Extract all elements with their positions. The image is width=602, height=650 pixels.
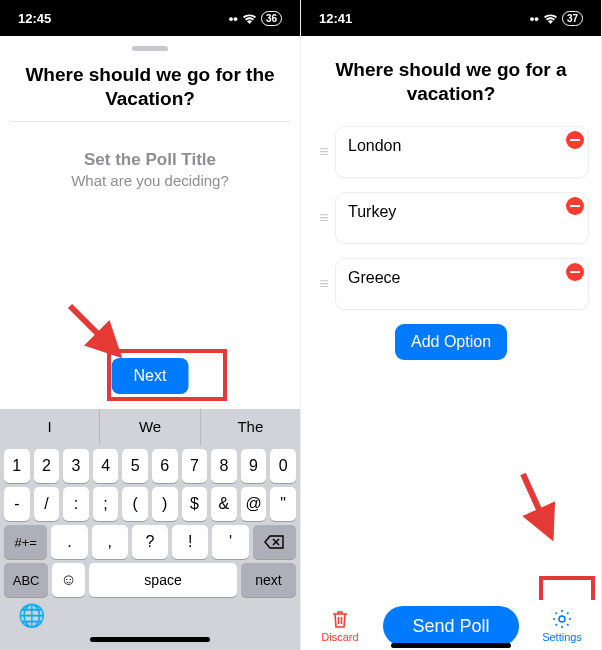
- option-card[interactable]: London: [335, 126, 589, 178]
- symbols-key[interactable]: #+=: [4, 525, 47, 559]
- home-indicator[interactable]: [391, 643, 511, 648]
- svg-line-0: [70, 306, 118, 354]
- key[interactable]: 3: [63, 449, 89, 483]
- drag-handle-icon[interactable]: ≡: [313, 210, 335, 226]
- signal-icon: ••: [530, 11, 539, 26]
- poll-title: Where should we go for a vacation?: [301, 36, 601, 116]
- status-bar: 12:41 •• 37: [301, 0, 601, 36]
- globe-icon[interactable]: 🌐: [18, 603, 45, 629]
- settings-label: Settings: [542, 631, 582, 643]
- option-row: ≡ London: [313, 126, 589, 178]
- key[interactable]: ;: [93, 487, 119, 521]
- key[interactable]: -: [4, 487, 30, 521]
- poll-title-input[interactable]: Where should we go for the Vacation?: [0, 57, 300, 121]
- emoji-icon: ☺: [61, 571, 77, 589]
- key[interactable]: 0: [270, 449, 296, 483]
- suggestion-2[interactable]: We: [100, 409, 200, 445]
- svg-rect-5: [570, 271, 580, 273]
- settings-button[interactable]: Settings: [535, 609, 589, 643]
- drag-handle-icon[interactable]: ≡: [313, 144, 335, 160]
- remove-option-button[interactable]: [566, 131, 584, 149]
- screen-right: 12:41 •• 37 Where should we go for a vac…: [301, 0, 602, 650]
- option-label: Turkey: [348, 203, 396, 220]
- wifi-icon: [242, 13, 257, 24]
- subtitle-heading: Set the Poll Title: [0, 150, 300, 170]
- status-indicators: •• 36: [229, 11, 282, 26]
- key[interactable]: :: [63, 487, 89, 521]
- status-time: 12:41: [319, 11, 352, 26]
- key[interactable]: /: [34, 487, 60, 521]
- key[interactable]: 1: [4, 449, 30, 483]
- options-list: ≡ London ≡ Turkey ≡ Greece Add Option: [301, 116, 601, 360]
- svg-rect-4: [570, 205, 580, 207]
- key-row-3: #+= . , ? ! ': [0, 521, 300, 559]
- key[interactable]: ': [212, 525, 248, 559]
- key[interactable]: 5: [122, 449, 148, 483]
- home-indicator[interactable]: [90, 637, 210, 642]
- key[interactable]: ,: [92, 525, 128, 559]
- key[interactable]: ): [152, 487, 178, 521]
- svg-line-6: [523, 474, 551, 536]
- discard-button[interactable]: Discard: [313, 609, 367, 643]
- backspace-icon: [264, 535, 284, 549]
- battery-indicator: 36: [261, 11, 282, 26]
- next-button[interactable]: Next: [112, 358, 189, 394]
- key[interactable]: 8: [211, 449, 237, 483]
- key-row-4: ABC ☺ space next: [0, 559, 300, 597]
- signal-icon: ••: [229, 11, 238, 26]
- keyboard-next-key[interactable]: next: [241, 563, 296, 597]
- key[interactable]: (: [122, 487, 148, 521]
- option-row: ≡ Greece: [313, 258, 589, 310]
- keyboard: I We The 1 2 3 4 5 6 7 8 9 0 - / : ; ( )…: [0, 409, 300, 650]
- key[interactable]: ": [270, 487, 296, 521]
- key-row-2: - / : ; ( ) $ & @ ": [0, 483, 300, 521]
- key-row-1: 1 2 3 4 5 6 7 8 9 0: [0, 445, 300, 483]
- suggestion-3[interactable]: The: [201, 409, 300, 445]
- drag-handle-icon[interactable]: ≡: [313, 276, 335, 292]
- minus-icon: [570, 205, 580, 207]
- divider: [10, 121, 290, 122]
- option-label: London: [348, 137, 401, 154]
- option-card[interactable]: Greece: [335, 258, 589, 310]
- send-poll-button[interactable]: Send Poll: [383, 606, 519, 646]
- key[interactable]: &: [211, 487, 237, 521]
- battery-indicator: 37: [562, 11, 583, 26]
- trash-icon: [330, 609, 350, 629]
- suggestion-bar: I We The: [0, 409, 300, 445]
- key[interactable]: 9: [241, 449, 267, 483]
- screen-left: 12:45 •• 36 Where should we go for the V…: [0, 0, 301, 650]
- suggestion-1[interactable]: I: [0, 409, 100, 445]
- key[interactable]: 4: [93, 449, 119, 483]
- option-label: Greece: [348, 269, 400, 286]
- subtitle-prompt: What are you deciding?: [0, 172, 300, 189]
- subtitle-block: Set the Poll Title What are you deciding…: [0, 150, 300, 189]
- status-time: 12:45: [18, 11, 51, 26]
- status-indicators: •• 37: [530, 11, 583, 26]
- sheet-handle[interactable]: [132, 46, 168, 51]
- abc-key[interactable]: ABC: [4, 563, 48, 597]
- key[interactable]: @: [241, 487, 267, 521]
- space-key[interactable]: space: [89, 563, 236, 597]
- option-row: ≡ Turkey: [313, 192, 589, 244]
- status-bar: 12:45 •• 36: [0, 0, 300, 36]
- backspace-key[interactable]: [253, 525, 296, 559]
- wifi-icon: [543, 13, 558, 24]
- key[interactable]: !: [172, 525, 208, 559]
- minus-icon: [570, 271, 580, 273]
- add-option-button[interactable]: Add Option: [395, 324, 507, 360]
- svg-rect-3: [570, 139, 580, 141]
- svg-point-7: [559, 616, 565, 622]
- key[interactable]: $: [182, 487, 208, 521]
- key[interactable]: 7: [182, 449, 208, 483]
- key[interactable]: 2: [34, 449, 60, 483]
- next-button-wrap: Next: [112, 358, 189, 394]
- key[interactable]: ?: [132, 525, 168, 559]
- key[interactable]: .: [51, 525, 87, 559]
- gear-icon: [552, 609, 572, 629]
- emoji-key[interactable]: ☺: [52, 563, 85, 597]
- option-card[interactable]: Turkey: [335, 192, 589, 244]
- remove-option-button[interactable]: [566, 197, 584, 215]
- key[interactable]: 6: [152, 449, 178, 483]
- remove-option-button[interactable]: [566, 263, 584, 281]
- minus-icon: [570, 139, 580, 141]
